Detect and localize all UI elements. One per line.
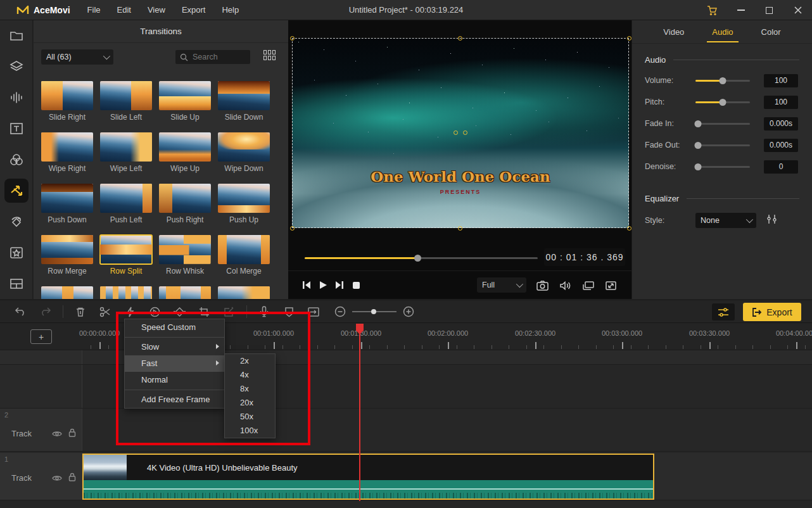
timeline-row-empty[interactable] xyxy=(0,365,812,409)
transition-item[interactable]: Wipe Right xyxy=(41,132,93,173)
resize-handle-bottom-center[interactable] xyxy=(458,226,462,231)
submenu-item-20x[interactable]: 20x xyxy=(225,396,275,410)
effects-icon[interactable] xyxy=(0,206,33,237)
denoise-slider[interactable] xyxy=(695,166,750,168)
track-visibility-icon[interactable] xyxy=(52,429,62,440)
video-clip[interactable]: 4K Video (Ultra HD) Unbelievable Beauty xyxy=(82,454,654,500)
video-canvas[interactable]: One World One Ocean PRESENTS xyxy=(292,38,629,228)
seek-bar[interactable] xyxy=(305,257,538,259)
track-visibility-icon[interactable] xyxy=(52,473,62,485)
submenu-item-4x[interactable]: 4x xyxy=(225,368,275,382)
resize-handle-bottom-right[interactable] xyxy=(627,226,631,231)
grid-view-icon[interactable] xyxy=(263,50,276,60)
record-voiceover-button[interactable] xyxy=(255,302,274,321)
timeline-track-2[interactable]: 2 Track xyxy=(0,409,812,452)
delete-button[interactable] xyxy=(71,302,90,321)
export-button[interactable]: Export xyxy=(743,303,801,321)
transition-item[interactable]: Push Down xyxy=(41,184,93,224)
transition-item[interactable]: Push Right xyxy=(159,184,211,224)
menu-export[interactable]: Export xyxy=(174,0,214,20)
equalizer-style-dropdown[interactable]: None xyxy=(695,213,756,228)
resize-handle-top-left[interactable] xyxy=(290,36,295,41)
anchor-handle[interactable] xyxy=(454,130,458,135)
render-settings-button[interactable] xyxy=(712,303,735,321)
close-button[interactable] xyxy=(783,0,812,20)
denoise-value[interactable]: 0 xyxy=(764,160,798,174)
pitch-slider[interactable] xyxy=(695,101,750,103)
audio-icon[interactable] xyxy=(0,82,33,113)
timeline-row-empty[interactable] xyxy=(0,350,812,365)
transition-item[interactable]: Row Merge xyxy=(41,235,93,276)
search-input[interactable] xyxy=(175,50,250,64)
submenu-item-100x[interactable]: 100x xyxy=(225,424,275,438)
menu-edit[interactable]: Edit xyxy=(109,0,139,20)
layers-icon[interactable] xyxy=(0,51,33,82)
snapshot-icon[interactable] xyxy=(534,277,550,294)
timeline-zoom-slider[interactable] xyxy=(352,311,396,312)
anchor-handle-2[interactable] xyxy=(463,130,467,135)
resize-handle-top-right[interactable] xyxy=(627,36,631,41)
pitch-value[interactable]: 100 xyxy=(764,96,798,109)
fade-in-slider[interactable] xyxy=(695,123,750,125)
transition-item[interactable]: Wipe Up xyxy=(159,132,211,173)
elements-star-icon[interactable] xyxy=(0,237,33,268)
transition-item[interactable]: Slide Up xyxy=(159,81,211,122)
transition-item[interactable]: Slide Left xyxy=(100,81,152,122)
transition-item[interactable]: Slide Down xyxy=(218,81,270,122)
track-lock-icon[interactable] xyxy=(68,428,76,440)
menu-item-slow[interactable]: Slow xyxy=(125,339,224,355)
marker-button[interactable] xyxy=(279,302,298,321)
transition-item[interactable]: Row Whisk xyxy=(159,235,211,276)
timeline-zoom-knob[interactable] xyxy=(371,309,376,314)
split-scissors-button[interactable] xyxy=(96,302,115,321)
fullscreen-icon[interactable] xyxy=(602,277,619,294)
previous-frame-button[interactable] xyxy=(298,277,315,293)
transition-item[interactable] xyxy=(100,286,152,299)
maximize-button[interactable] xyxy=(755,0,783,20)
tab-audio[interactable]: Audio xyxy=(711,22,734,42)
dual-screen-icon[interactable] xyxy=(580,277,596,294)
transition-item[interactable] xyxy=(41,286,93,299)
transition-item[interactable]: Slide Right xyxy=(41,81,93,122)
fit-timeline-button[interactable] xyxy=(304,302,323,321)
transition-item[interactable]: Col Merge xyxy=(218,235,270,276)
undo-button[interactable] xyxy=(11,302,30,321)
playhead-line[interactable] xyxy=(359,324,360,501)
submenu-item-8x[interactable]: 8x xyxy=(225,382,275,396)
next-frame-button[interactable] xyxy=(331,277,348,293)
menu-file[interactable]: File xyxy=(79,0,109,20)
fade-out-slider[interactable] xyxy=(695,144,750,146)
transition-item[interactable]: Wipe Left xyxy=(100,132,152,173)
transition-item[interactable] xyxy=(218,286,270,299)
play-button[interactable] xyxy=(315,277,331,293)
tab-video[interactable]: Video xyxy=(662,22,685,42)
resize-handle-top-center[interactable] xyxy=(458,36,462,41)
fade-out-value[interactable]: 0.000s xyxy=(764,139,798,152)
resize-handle-bottom-left[interactable] xyxy=(290,226,295,231)
track-lock-icon[interactable] xyxy=(68,473,76,484)
volume-value[interactable]: 100 xyxy=(764,74,798,87)
menu-item-normal[interactable]: Normal xyxy=(125,372,224,388)
add-track-button[interactable]: + xyxy=(30,329,52,344)
seek-knob[interactable] xyxy=(414,255,421,262)
transition-item-selected[interactable]: Row Split xyxy=(100,235,152,276)
fade-in-value[interactable]: 0.000s xyxy=(764,117,798,130)
redo-button[interactable] xyxy=(35,302,54,321)
menu-view[interactable]: View xyxy=(139,0,174,20)
transitions-icon[interactable] xyxy=(0,175,33,206)
submenu-item-50x[interactable]: 50x xyxy=(225,410,275,424)
menu-help[interactable]: Help xyxy=(213,0,247,20)
text-icon[interactable] xyxy=(0,113,33,144)
transition-item[interactable]: Push Left xyxy=(100,184,152,224)
cart-icon[interactable] xyxy=(698,0,726,20)
transition-item[interactable]: Wipe Down xyxy=(218,132,270,173)
volume-slider[interactable] xyxy=(695,80,750,82)
timeline-ruler[interactable]: + 00:00:00.000 00:00:30.000 00:01:00.000… xyxy=(0,324,812,350)
media-icon[interactable] xyxy=(0,20,33,51)
tab-color[interactable]: Color xyxy=(760,22,782,42)
category-filter-dropdown[interactable]: All (63) xyxy=(41,49,113,65)
menu-item-fast[interactable]: Fast xyxy=(125,355,224,372)
minimize-button[interactable] xyxy=(726,0,755,20)
transition-item[interactable] xyxy=(159,286,211,299)
zoom-in-button[interactable] xyxy=(399,302,418,321)
